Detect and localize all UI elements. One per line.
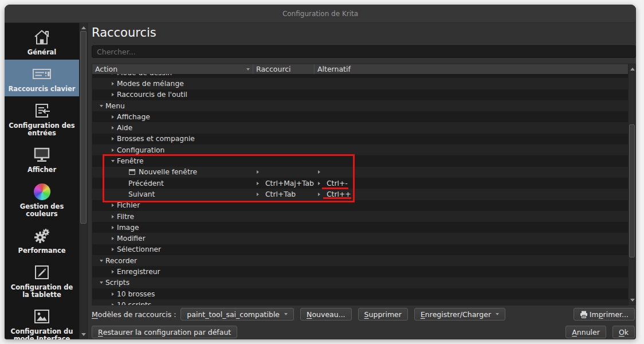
sidebar-item-afficher[interactable]: Afficher: [5, 140, 79, 177]
tablet-icon: [6, 263, 77, 282]
chevron-down-icon: [284, 313, 288, 315]
table-row-precedent[interactable]: PrécédentCtrl+Maj+TabCtrl+-: [92, 178, 628, 189]
table-row-scripts[interactable]: Scripts: [92, 277, 628, 288]
table-row-raccourcis-de-l-outil[interactable]: Raccourcis de l'outil: [92, 89, 628, 100]
table-header: Action Raccourci Alternatif: [92, 64, 628, 74]
action-label: Aide: [117, 124, 132, 132]
sidebar-item-label: Configuration du mode Interface cachée: [6, 328, 77, 339]
cancel-button[interactable]: Annuler: [566, 326, 606, 338]
panel-scrollbar-thumb[interactable]: [80, 31, 87, 224]
expand-arrow-icon[interactable]: [108, 215, 117, 218]
input-settings-icon: [6, 101, 77, 120]
expand-arrow-icon[interactable]: [108, 74, 117, 75]
save-load-button[interactable]: Enregistrer/Charger: [414, 308, 505, 320]
table-row-selectionner[interactable]: Sélectionner: [92, 244, 628, 255]
table-row-aide[interactable]: Aide: [92, 122, 628, 133]
search-input[interactable]: [92, 45, 636, 58]
expand-arrow-icon[interactable]: [253, 182, 262, 185]
sidebar-item-configuration-des-entrees[interactable]: Configuration des entrées: [5, 96, 79, 140]
print-button[interactable]: Imprimer...: [574, 308, 635, 320]
shortcut-scheme-select[interactable]: paint_tool_sai_compatible: [180, 308, 294, 320]
expand-arrow-icon[interactable]: [108, 204, 117, 207]
dialog-body: GénéralRaccourcis clavierConfiguration d…: [5, 23, 636, 339]
window-icon: [129, 169, 135, 175]
alternate-cell[interactable]: Ctrl++: [315, 190, 628, 198]
expand-arrow-icon[interactable]: [108, 292, 117, 296]
expand-arrow-icon[interactable]: [315, 182, 323, 185]
action-label: Suivant: [128, 190, 155, 198]
scroll-down-icon[interactable]: [80, 330, 87, 338]
restore-defaults-button[interactable]: Restaurer la configuration par défaut: [92, 326, 237, 338]
shortcut-cell[interactable]: Ctrl+Tab: [253, 190, 315, 198]
table-row-fenetre[interactable]: Fenêtre: [92, 155, 628, 166]
gears-icon: [6, 226, 77, 245]
scroll-up-icon[interactable]: [80, 24, 87, 32]
expand-arrow-icon[interactable]: [315, 170, 323, 174]
expand-arrow-icon[interactable]: [108, 303, 117, 305]
table-row-suivant[interactable]: SuivantCtrl+TabCtrl++: [92, 189, 628, 200]
action-label: Image: [117, 224, 139, 232]
expand-arrow-icon[interactable]: [108, 148, 117, 152]
table-row-modifier[interactable]: Modifier: [92, 233, 628, 244]
table-row-recorder[interactable]: Recorder: [92, 255, 628, 266]
sidebar-item-gestion-des-couleurs[interactable]: Gestion des couleurs: [5, 177, 79, 221]
table-row-image[interactable]: Image: [92, 222, 628, 233]
expand-arrow-icon[interactable]: [108, 82, 117, 85]
column-header-alternatif[interactable]: Alternatif: [315, 64, 628, 74]
collapse-arrow-icon[interactable]: [108, 160, 117, 162]
action-label: Scripts: [105, 279, 129, 287]
column-header-raccourci[interactable]: Raccourci: [253, 64, 315, 74]
shortcut-cell[interactable]: [253, 170, 315, 174]
table-row-10-brosses[interactable]: 10 brosses: [92, 288, 628, 299]
shortcut-cell[interactable]: Ctrl+Maj+Tab: [253, 179, 315, 187]
table-row-configuration[interactable]: Configuration: [92, 144, 628, 155]
expand-arrow-icon[interactable]: [108, 126, 117, 130]
panel-scrollbar[interactable]: [79, 23, 88, 339]
table-row-modes-de-melange[interactable]: Modes de mélange: [92, 78, 628, 89]
sidebar-item-general[interactable]: Général: [5, 23, 79, 60]
sidebar-item-performance[interactable]: Performance: [5, 221, 79, 258]
expand-arrow-icon[interactable]: [108, 137, 117, 140]
table-scrollbar-thumb[interactable]: [629, 124, 635, 257]
ok-button[interactable]: Ok: [612, 326, 635, 338]
action-label: Menu: [105, 102, 125, 110]
collapse-arrow-icon[interactable]: [97, 260, 105, 262]
alternate-cell[interactable]: Ctrl+-: [315, 179, 628, 187]
table-row-10-scripts[interactable]: 10 scripts: [92, 299, 628, 305]
action-label: Affichage: [117, 113, 150, 121]
table-scroll-up-icon[interactable]: [629, 65, 636, 73]
sidebar-item-raccourcis-clavier[interactable]: Raccourcis clavier: [5, 60, 79, 96]
expand-arrow-icon[interactable]: [108, 226, 117, 229]
table-row-filtre[interactable]: Filtre: [92, 211, 628, 222]
expand-arrow-icon[interactable]: [108, 93, 117, 96]
table-row-menu[interactable]: Menu: [92, 100, 628, 111]
expand-arrow-icon[interactable]: [108, 115, 117, 119]
table-row-nouvelle-fenetre[interactable]: Nouvelle fenêtre: [92, 167, 628, 178]
table-row-enregistreur[interactable]: Enregistreur: [92, 266, 628, 277]
titlebar[interactable]: Configuration de Krita: [5, 5, 636, 23]
expand-arrow-icon[interactable]: [108, 270, 117, 273]
table-row-brosses-et-compagnie[interactable]: Brosses et compagnie: [92, 134, 628, 144]
shortcut-text: Ctrl+-: [327, 179, 348, 187]
expand-arrow-icon[interactable]: [108, 237, 117, 240]
delete-scheme-button[interactable]: Supprimer: [358, 308, 408, 320]
collapse-arrow-icon[interactable]: [97, 282, 105, 284]
table-row-fichier[interactable]: Fichier: [92, 200, 628, 211]
scheme-label: Modèles de raccourcis :: [92, 310, 176, 319]
alternate-cell[interactable]: [315, 170, 628, 174]
settings-sidebar: GénéralRaccourcis clavierConfiguration d…: [5, 23, 79, 339]
column-header-action[interactable]: Action: [92, 64, 253, 74]
expand-arrow-icon[interactable]: [108, 248, 117, 251]
table-scrollbar[interactable]: [628, 64, 636, 305]
sidebar-item-configuration-de-la-tablette[interactable]: Configuration de la tablette: [5, 258, 79, 302]
collapse-arrow-icon[interactable]: [97, 105, 105, 107]
expand-arrow-icon[interactable]: [253, 193, 262, 196]
scheme-toolbar: Modèles de raccourcis : paint_tool_sai_c…: [92, 308, 636, 320]
expand-arrow-icon[interactable]: [253, 170, 262, 174]
table-scroll-down-icon[interactable]: [629, 296, 636, 304]
expand-arrow-icon[interactable]: [315, 193, 323, 196]
new-scheme-button[interactable]: Nouveau...: [300, 308, 352, 320]
sidebar-item-configuration-du-mode-interface-cachee[interactable]: Configuration du mode Interface cachée: [5, 302, 79, 339]
table-row-mode-de-dessin[interactable]: Mode de dessin: [92, 74, 628, 78]
table-row-affichage[interactable]: Affichage: [92, 111, 628, 122]
